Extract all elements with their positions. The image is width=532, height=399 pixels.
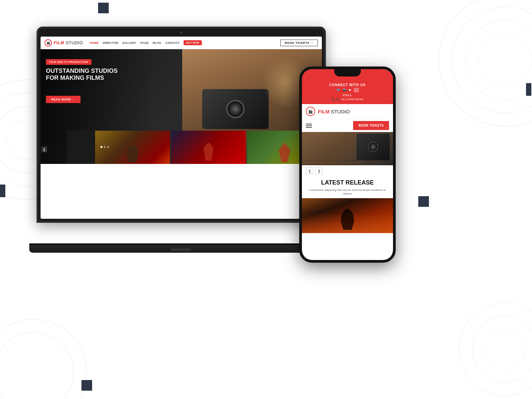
- buy-now-button[interactable]: BUY NOW: [184, 40, 202, 45]
- nav-home[interactable]: HOME: [90, 41, 99, 45]
- phone-hero-image: OUTSTANDING STUDIOS FOR MAKING FILMS: [302, 132, 393, 165]
- laptop-screen: 🎬 FILM STUDIO HOME DIRECTOR GALLERY PAGE…: [41, 37, 322, 219]
- laptop-camera: [180, 31, 183, 34]
- nav-gallery[interactable]: GALLERY: [122, 41, 136, 45]
- laptop-body: 🎬 FILM STUDIO HOME DIRECTOR GALLERY PAGE…: [37, 27, 326, 223]
- phone-vol-up: [299, 99, 300, 106]
- hero-dots: [100, 146, 109, 148]
- phone-hero-overlay: [302, 132, 393, 165]
- instagram-icon[interactable]: 📷: [343, 88, 346, 92]
- phone-body: CONNECT WITH US 🐦 📷 ▶ in CALL 📞 📞 +81 (1…: [299, 66, 396, 263]
- book-tickets-nav-button[interactable]: BOOK TICKETS →: [280, 40, 318, 46]
- nav-blog[interactable]: BLOG: [153, 41, 161, 45]
- hero-title: OUTSTANDING STUDIOS FOR MAKING FILMS: [46, 67, 119, 81]
- laptop-navbar: 🎬 FILM STUDIO HOME DIRECTOR GALLERY PAGE…: [41, 37, 322, 49]
- phone-notch: [334, 69, 361, 76]
- phone-power-button: [395, 102, 396, 112]
- deco-square-2: [0, 185, 5, 197]
- nav-page[interactable]: PAGE: [140, 41, 149, 45]
- hero-thumb-2[interactable]: [171, 131, 246, 164]
- phone-slider-arrows: ❮ ❯: [302, 165, 393, 177]
- hero-tag: FILM AND TV PRODUCTION: [46, 59, 91, 65]
- phone-call-label: CALL: [306, 93, 389, 97]
- phone-mockup: CONNECT WITH US 🐦 📷 ▶ in CALL 📞 📞 +81 (1…: [299, 66, 396, 263]
- phone-connect-text: CONNECT WITH US: [306, 83, 389, 87]
- svg-point-4: [439, 0, 532, 126]
- deco-square-4: [81, 380, 92, 391]
- hero-thumb-placeholder: [67, 131, 94, 164]
- svg-point-12: [485, 329, 525, 369]
- linkedin-icon[interactable]: in: [354, 88, 359, 92]
- hero-camera-lens: [226, 100, 245, 118]
- deco-square-1: [98, 3, 109, 13]
- deco-square-3: [418, 196, 429, 207]
- svg-point-11: [472, 316, 532, 382]
- youtube-icon[interactable]: ▶: [349, 88, 351, 92]
- hero-camera-body: [202, 89, 269, 129]
- laptop-base: [29, 243, 333, 253]
- laptop-hinge: [29, 243, 333, 245]
- laptop-nav-links: HOME DIRECTOR GALLERY PAGE BLOG CONTACT …: [90, 40, 202, 45]
- phone-book-tickets-button[interactable]: BOOK TICKETS: [353, 121, 389, 130]
- phone-logo-text: FILM STUDIO: [318, 109, 350, 114]
- laptop-logo-text: FILM STUDIO: [54, 40, 83, 45]
- svg-point-7: [479, 33, 532, 86]
- phone-icon: 📞: [332, 97, 335, 101]
- phone-logo-icon: 🎬: [306, 107, 315, 116]
- svg-point-10: [459, 303, 532, 396]
- phone-social-icons: 🐦 📷 ▶ in: [306, 88, 389, 92]
- laptop-hero: FILM AND TV PRODUCTION OUTSTANDING STUDI…: [41, 49, 322, 164]
- laptop-logo: 🎬 FILM STUDIO: [45, 39, 83, 47]
- phone-vol-down: [299, 109, 300, 116]
- phone-prev-arrow[interactable]: ❮: [306, 167, 313, 175]
- phone-latest-desc: Consectetur adipiscing elitw sed do eius…: [306, 188, 389, 196]
- laptop-logo-icon: 🎬: [45, 39, 52, 47]
- svg-point-9: [0, 332, 73, 399]
- phone-logo-row: 🎬 FILM STUDIO: [302, 104, 393, 119]
- phone-latest-section: LATEST RELEASE Consectetur adipiscing el…: [302, 177, 393, 198]
- phone-nav-row: BOOK TICKETS: [302, 119, 393, 132]
- hamburger-menu-icon[interactable]: [306, 124, 312, 128]
- nav-contact[interactable]: CONTACT: [165, 41, 180, 45]
- laptop-mockup: 🎬 FILM STUDIO HOME DIRECTOR GALLERY PAGE…: [37, 27, 326, 253]
- phone-next-arrow[interactable]: ❯: [315, 167, 323, 175]
- phone-latest-title: LATEST RELEASE: [306, 179, 389, 186]
- scene: 🎬 FILM STUDIO HOME DIRECTOR GALLERY PAGE…: [0, 0, 532, 399]
- svg-point-6: [466, 20, 532, 100]
- deco-square-5: [526, 83, 531, 96]
- phone-screen: CONNECT WITH US 🐦 📷 ▶ in CALL 📞 📞 +81 (1…: [302, 69, 393, 260]
- phone-number: 📞 📞 +81 (12456-45784): [306, 97, 389, 101]
- nav-director[interactable]: DIRECTOR: [103, 41, 118, 45]
- svg-point-8: [0, 319, 86, 399]
- phone-bottom-image: [302, 198, 393, 233]
- hero-read-more-button[interactable]: READ MORE →: [46, 96, 80, 103]
- hero-prev-arrow[interactable]: ❮: [41, 146, 47, 152]
- twitter-icon[interactable]: 🐦: [336, 88, 340, 92]
- laptop-trackpad: [171, 248, 191, 251]
- svg-point-5: [452, 7, 532, 113]
